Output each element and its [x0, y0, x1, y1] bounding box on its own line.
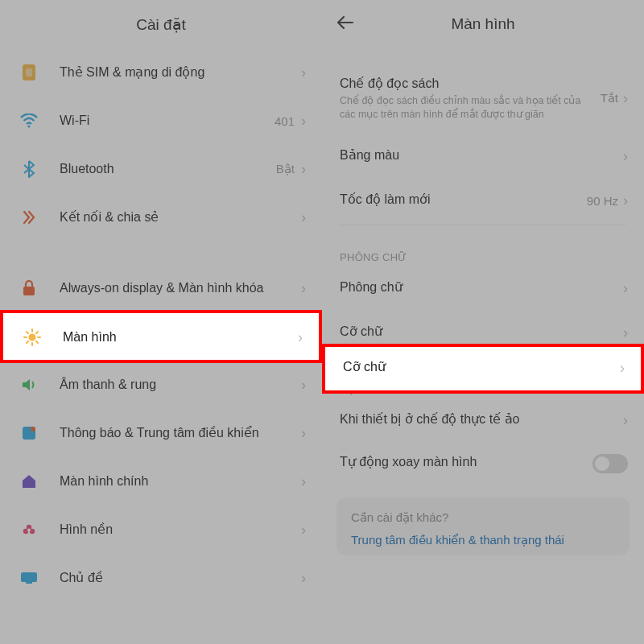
home-icon: [18, 472, 40, 491]
theme-icon: [18, 568, 40, 588]
svg-rect-3: [23, 287, 35, 295]
item-label: Âm thanh & rung: [60, 377, 301, 394]
chevron-right-icon: ›: [301, 161, 306, 178]
chevron-right-icon: ›: [301, 570, 306, 587]
item-label: Thông báo & Trung tâm điều khiển: [60, 425, 301, 442]
sun-icon: [21, 328, 43, 347]
item-value: 401: [275, 114, 295, 128]
item-bluetooth[interactable]: Bluetooth Bật ›: [0, 145, 322, 193]
chevron-right-icon: ›: [301, 209, 306, 226]
item-label: Hình nền: [60, 522, 301, 539]
chevron-right-icon: ›: [620, 360, 625, 377]
item-refresh-rate[interactable]: Tốc độ làm mới 90 Hz ›: [322, 180, 644, 225]
toggle-autorotate[interactable]: [592, 454, 628, 473]
display-header: Màn hình: [322, 0, 644, 48]
flower-icon: [18, 520, 40, 539]
item-label: Màn hình chính: [60, 473, 301, 490]
item-label: Bluetooth: [60, 161, 276, 178]
bluetooth-icon: [18, 159, 40, 179]
svg-rect-1: [26, 68, 32, 76]
item-notif[interactable]: Thông báo & Trung tâm điều khiển ›: [0, 409, 322, 457]
speaker-icon: [18, 375, 40, 394]
notification-icon: [18, 423, 40, 443]
chevron-right-icon: ›: [301, 64, 306, 81]
svg-rect-19: [21, 572, 37, 582]
svg-point-21: [29, 334, 36, 341]
item-value: Bật: [276, 162, 295, 176]
svg-line-26: [27, 332, 28, 333]
item-value: 90 Hz: [587, 194, 618, 208]
chevron-right-icon: ›: [301, 473, 306, 490]
item-label: Always-on display & Màn hình khóa: [60, 280, 301, 297]
item-home[interactable]: Màn hình chính ›: [0, 457, 322, 506]
chevron-right-icon: ›: [623, 192, 628, 209]
item-reading-mode[interactable]: Chế độ đọc sách Chế độ đọc sách điều chỉ…: [322, 64, 644, 133]
item-sim[interactable]: Thẻ SIM & mạng di động ›: [0, 48, 322, 97]
svg-point-18: [27, 529, 31, 532]
card-link[interactable]: Trung tâm điều khiển & thanh trạng thái: [351, 533, 615, 547]
display-title: Màn hình: [451, 15, 514, 33]
chevron-right-icon: ›: [301, 113, 306, 130]
chevron-right-icon: ›: [623, 412, 628, 429]
item-value: Tắt: [601, 91, 618, 105]
item-desc: Chế độ đọc sách điều chỉnh màu sắc và họ…: [340, 94, 601, 122]
svg-point-14: [31, 427, 35, 431]
item-title: Tự động xoay màn hình: [340, 454, 592, 469]
svg-rect-20: [26, 582, 32, 584]
chevron-right-icon: ›: [301, 522, 306, 539]
item-font[interactable]: Phông chữ ›: [322, 268, 644, 311]
item-vr[interactable]: Khi thiết bị ở chế độ thực tế ảo ›: [322, 400, 644, 443]
settings-header: Cài đặt: [0, 0, 322, 48]
chevron-right-icon: ›: [301, 280, 306, 297]
sim-icon: [18, 63, 40, 82]
chevron-right-icon: ›: [623, 148, 628, 165]
chevron-right-icon: ›: [301, 377, 306, 394]
item-label: Thẻ SIM & mạng di động: [60, 64, 301, 81]
item-label: Wi-Fi: [60, 113, 275, 130]
back-button[interactable]: [336, 14, 354, 35]
item-title: Chế độ đọc sách: [340, 76, 601, 91]
svg-point-2: [27, 125, 30, 127]
item-title: Tốc độ làm mới: [340, 192, 587, 207]
svg-line-29: [27, 341, 28, 343]
chevron-right-icon: ›: [301, 425, 306, 442]
chevron-right-icon: ›: [623, 90, 628, 107]
card-question: Cần cài đặt khác?: [351, 510, 615, 525]
chevron-right-icon: ›: [623, 324, 628, 341]
display-pane: Màn hình Chế độ đọc sách Chế độ đọc sách…: [322, 0, 644, 644]
item-wallpaper[interactable]: Hình nền ›: [0, 506, 322, 554]
item-title: Phông chữ: [340, 279, 623, 295]
item-connect[interactable]: Kết nối & chia sẻ ›: [0, 193, 322, 242]
item-title: Cỡ chữ: [340, 324, 623, 339]
chevron-right-icon: ›: [623, 280, 628, 297]
more-settings-card: Cần cài đặt khác? Trung tâm điều khiển &…: [336, 497, 630, 555]
item-title: Bảng màu: [340, 147, 623, 163]
settings-title: Cài đặt: [136, 15, 186, 34]
chevron-right-icon: ›: [298, 329, 303, 346]
item-sound[interactable]: Âm thanh & rung ›: [0, 361, 322, 409]
settings-pane: Cài đặt Thẻ SIM & mạng di động › Wi-Fi 4…: [0, 0, 322, 644]
item-label: Chủ đề: [60, 570, 301, 587]
item-wifi[interactable]: Wi-Fi 401 ›: [0, 97, 322, 145]
item-title: Cỡ chữ: [343, 359, 620, 374]
item-title: Khi thiết bị ở chế độ thực tế ảo: [340, 411, 623, 427]
section-font: PHÔNG CHỮ: [322, 243, 644, 268]
item-label: Kết nối & chia sẻ: [60, 209, 301, 226]
svg-line-28: [36, 332, 38, 333]
item-autorotate[interactable]: Tự động xoay màn hình: [322, 443, 644, 486]
item-color-scheme[interactable]: Bảng màu ›: [322, 133, 644, 180]
wifi-icon: [18, 111, 40, 130]
lock-icon: [18, 279, 40, 298]
item-label: Màn hình: [63, 329, 298, 346]
item-aod[interactable]: Always-on display & Màn hình khóa ›: [0, 264, 322, 312]
connect-icon: [18, 208, 40, 227]
svg-line-27: [36, 341, 38, 343]
item-theme[interactable]: Chủ đề ›: [0, 554, 322, 602]
